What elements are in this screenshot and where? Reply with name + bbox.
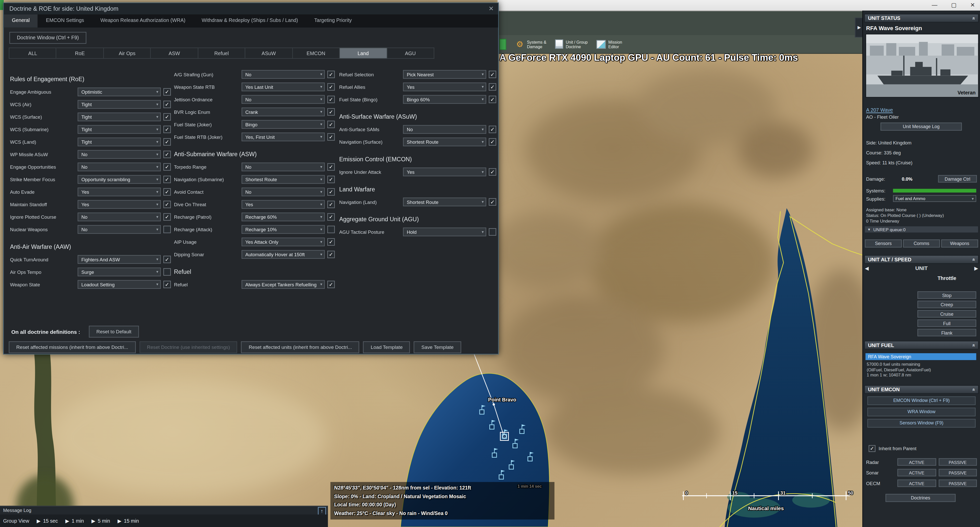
filter-agu[interactable]: AGU (387, 48, 434, 59)
doctrine-select-navigation-submarine[interactable]: Shortest Route▾ (242, 175, 325, 184)
doctrine-select-weapon-state[interactable]: Loadout Setting▾ (78, 280, 161, 289)
tab-withdraw-redeploy-ships-subs-land[interactable]: Withdraw & Redeploy (Ships / Subs / Land… (194, 14, 306, 27)
filter-land[interactable]: Land (340, 48, 387, 59)
doctrine-select-refuel-allies[interactable]: Yes▾ (403, 83, 486, 91)
damage-ctrl-button[interactable]: Damage Ctrl (938, 175, 977, 183)
doctrine-checkbox[interactable]: ✓ (327, 238, 335, 246)
doctrine-select-auto-evade[interactable]: Yes▾ (78, 187, 161, 196)
doctrine-select-fuel-state-bingo[interactable]: Bingo 60%▾ (403, 95, 486, 104)
doctrine-select-dive-on-threat[interactable]: Yes▾ (242, 200, 325, 209)
doctrine-select-a-g-strafing-gun[interactable]: No▾ (242, 70, 325, 79)
flank-button[interactable]: Flank (918, 329, 976, 336)
doctrine-select-refuel-selection[interactable]: Pick Nearest▾ (403, 70, 486, 79)
close-button[interactable]: ✕ (970, 0, 975, 11)
dialog-close-icon[interactable]: ✕ (488, 3, 494, 14)
expand-message-log-icon[interactable]: ↑ (318, 507, 326, 515)
doctrine-select-aip-usage[interactable]: Yes Attack Only▾ (242, 238, 325, 246)
doctrine-checkbox[interactable]: ✓ (327, 163, 335, 170)
doctrine-select-jettison-ordnance[interactable]: No▾ (242, 95, 325, 104)
doctrine-checkbox[interactable]: ✓ (489, 138, 496, 146)
toolbar-unit-group-doctrine[interactable]: Unit / GroupDoctrine (555, 39, 588, 49)
creep-button[interactable]: Creep (918, 301, 976, 308)
doctrine-select-agu-tactical-posture[interactable]: Hold▾ (403, 228, 486, 237)
unit-status-header[interactable]: UNIT STATUS « (864, 14, 979, 22)
doctrine-checkbox[interactable]: ✓ (327, 281, 335, 288)
doctrine-checkbox[interactable]: ✓ (163, 201, 171, 208)
time-step-15-min[interactable]: ▶15 min (118, 518, 139, 524)
doctrine-checkbox[interactable] (163, 225, 171, 233)
filter-all[interactable]: ALL (9, 48, 56, 59)
doctrine-checkbox[interactable]: ✓ (163, 213, 171, 221)
doctrine-checkbox[interactable]: ✓ (327, 133, 335, 141)
doctrine-select-fuel-state-rtb-joker[interactable]: Yes, First Unit▾ (242, 132, 325, 141)
filter-asuw[interactable]: ASuW (245, 48, 293, 59)
emcon-window-ctrl-f9-button[interactable]: EMCON Window (Ctrl + F9) (867, 396, 976, 405)
doctrine-checkbox[interactable]: ✓ (163, 125, 171, 133)
doctrine-select-recharge-attack[interactable]: Recharge 10%▾ (242, 225, 325, 234)
minimize-button[interactable]: — (932, 0, 937, 11)
unit-message-log-button[interactable]: Unit Message Log (880, 122, 962, 131)
doctrine-select-dipping-sonar[interactable]: Automatically Hover at 150ft▾ (242, 250, 325, 259)
toolbar-mission-editor[interactable]: MissionEditor (597, 40, 622, 49)
unrep-queue-toggle[interactable]: ▼ UNREP queue:0 (864, 225, 979, 233)
doctrine-checkbox[interactable]: ✓ (327, 176, 335, 183)
doctrines-button[interactable]: Doctrines (886, 494, 956, 502)
doctrine-checkbox[interactable]: ✓ (163, 151, 171, 158)
doctrine-checkbox[interactable]: ✓ (489, 96, 496, 103)
doctrine-checkbox[interactable]: ✓ (163, 138, 171, 146)
doctrine-select-bvr-logic-enum[interactable]: Crank▾ (242, 108, 325, 116)
tab-weapon-release-authorization-wra[interactable]: Weapon Release Authorization (WRA) (92, 14, 194, 27)
filter-asw[interactable]: ASW (151, 48, 198, 59)
sensors-window-f9-button[interactable]: Sensors Window (F9) (867, 419, 976, 427)
doctrine-select-avoid-contact[interactable]: No▾ (242, 187, 325, 196)
doctrine-select-torpedo-range[interactable]: No▾ (242, 163, 325, 171)
doctrine-select-engage-opportunities[interactable]: No▾ (78, 163, 161, 171)
doctrine-checkbox[interactable]: ✓ (327, 213, 335, 221)
doctrine-checkbox[interactable]: ✓ (163, 88, 171, 95)
reset-affected-units-inherit-from-above-doctri-button[interactable]: Reset affected units (inherit from above… (241, 341, 360, 353)
stop-button[interactable]: Stop (918, 291, 976, 299)
doctrine-select-strike-member-focus[interactable]: Opportunity scrambling▾ (78, 175, 161, 184)
save-template-button[interactable]: Save Template (414, 341, 461, 353)
filter-air-ops[interactable]: Air Ops (104, 48, 151, 59)
load-template-button[interactable]: Load Template (363, 341, 410, 353)
unit-alt-speed-header[interactable]: UNIT ALT / SPEED « (864, 255, 979, 264)
doctrine-select-anti-surface-sams[interactable]: No▾ (403, 125, 486, 134)
doctrine-select-wcs-air[interactable]: Tight▾ (78, 100, 161, 109)
radar-active-button[interactable]: ACTIVE (897, 458, 936, 466)
doctrine-select-wcs-submarine[interactable]: Tight▾ (78, 125, 161, 134)
filter-refuel[interactable]: Refuel (198, 48, 245, 59)
doctrine-select-nuclear-weapons[interactable]: No▾ (78, 225, 161, 234)
doctrine-select-refuel[interactable]: Always Except Tankers Refuelling▾ (242, 280, 325, 289)
doctrine-select-navigation-land[interactable]: Shortest Route▾ (403, 197, 486, 206)
doctrine-checkbox[interactable] (327, 225, 335, 233)
doctrine-checkbox[interactable]: ✓ (163, 256, 171, 263)
unit-class-link[interactable]: A 207 Wave (866, 108, 893, 113)
doctrine-select-wp-missile-asuw[interactable]: No▾ (78, 150, 161, 159)
doctrine-checkbox[interactable]: ✓ (163, 163, 171, 170)
inherit-from-parent[interactable]: ✓ Inherit from Parent (869, 445, 916, 452)
prev-unit-icon[interactable]: ◀ (865, 265, 869, 271)
doctrine-checkbox[interactable]: ✓ (163, 188, 171, 195)
doctrine-select-weapon-state-rtb[interactable]: Yes Last Unit▾ (242, 83, 325, 91)
oecm-active-button[interactable]: ACTIVE (897, 479, 936, 487)
toolbar-partial-icon[interactable] (499, 38, 506, 50)
doctrine-window-button[interactable]: Doctrine Window (Ctrl + F9) (10, 32, 86, 44)
doctrine-checkbox[interactable]: ✓ (163, 281, 171, 288)
doctrine-checkbox[interactable]: ✓ (327, 201, 335, 208)
reset-to-default-button[interactable]: Reset to Default (89, 325, 139, 338)
doctrine-checkbox[interactable]: ✓ (489, 198, 496, 206)
doctrine-select-recharge-patrol[interactable]: Recharge 60%▾ (242, 213, 325, 221)
sonar-passive-button[interactable]: PASSIVE (939, 469, 977, 476)
maximize-button[interactable]: ▢ (951, 0, 956, 11)
radar-passive-button[interactable]: PASSIVE (939, 458, 977, 466)
doctrine-checkbox[interactable]: ✓ (163, 113, 171, 121)
full-button[interactable]: Full (918, 319, 976, 327)
doctrine-checkbox[interactable]: ✓ (489, 71, 496, 78)
comms-tab[interactable]: Comms (903, 240, 940, 248)
doctrine-checkbox[interactable]: ✓ (489, 168, 496, 176)
doctrine-checkbox[interactable]: ✓ (327, 96, 335, 103)
doctrine-checkbox[interactable]: ✓ (327, 121, 335, 128)
doctrine-checkbox[interactable]: ✓ (327, 71, 335, 78)
unit-fuel-header[interactable]: UNIT FUEL « (864, 341, 979, 349)
